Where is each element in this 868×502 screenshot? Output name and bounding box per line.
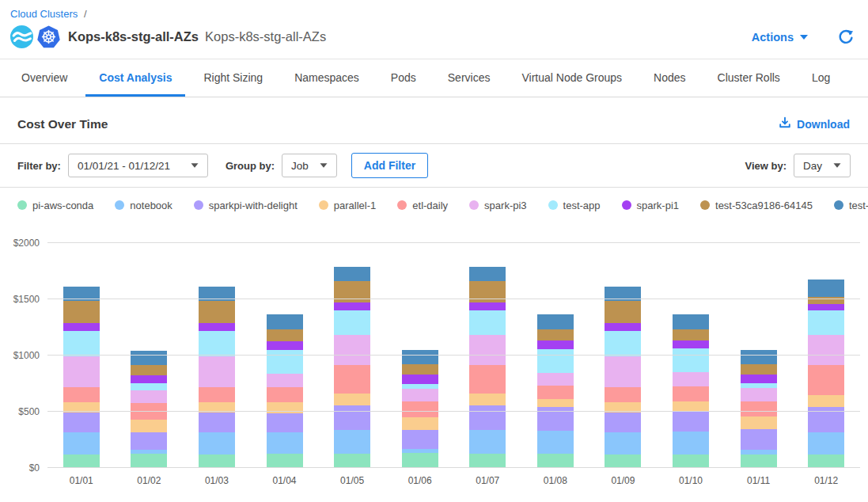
bar-segment-spark-pi1[interactable] (537, 340, 574, 349)
group-by-select[interactable]: Job (282, 154, 337, 177)
bar-segment-etl-daily[interactable] (808, 365, 844, 395)
bar-segment-spark-pi1[interactable] (741, 375, 777, 383)
bar-segment-pi-aws-conda[interactable] (605, 454, 641, 468)
bar-segment-spark-pi3[interactable] (605, 356, 641, 386)
bar-segment-sparkpi-with-delight[interactable] (605, 413, 641, 432)
bar-segment-test-53ca9186-64145[interactable] (402, 364, 438, 375)
bar-segment-parallel-1[interactable] (741, 416, 777, 429)
bar-segment-test-app[interactable] (334, 310, 370, 335)
tab-overview[interactable]: Overview (8, 59, 81, 97)
bar-segment-test-53ca9186-64145[interactable] (199, 301, 235, 323)
bar-segment-etl-daily[interactable] (673, 386, 709, 401)
legend-item-test-app[interactable]: test-app (548, 200, 601, 211)
bar-segment-test-53ca9186-64145[interactable] (131, 365, 167, 375)
bar-segment-pi-aws-conda[interactable] (402, 453, 438, 468)
bar-segment-test-53ca9186-64145[interactable] (537, 329, 574, 340)
bar-segment-spark-pi1[interactable] (402, 375, 438, 383)
bar-segment-test-pkix[interactable] (267, 314, 303, 330)
legend-item-pi-aws-conda[interactable]: pi-aws-conda (17, 200, 93, 211)
bar-01/11[interactable] (725, 350, 793, 468)
bar-segment-etl-daily[interactable] (741, 401, 777, 416)
bar-segment-parallel-1[interactable] (402, 417, 438, 430)
bar-segment-pi-aws-conda[interactable] (267, 454, 303, 468)
bar-segment-sparkpi-with-delight[interactable] (673, 412, 709, 432)
bar-segment-spark-pi3[interactable] (199, 356, 235, 386)
bar-segment-etl-daily[interactable] (469, 365, 506, 394)
bar-segment-notebook[interactable] (63, 432, 100, 454)
bar-segment-spark-pi1[interactable] (469, 302, 506, 310)
bar-segment-test-app[interactable] (673, 348, 709, 373)
bar-segment-test-app[interactable] (199, 331, 235, 357)
bar-01/07[interactable] (453, 267, 521, 468)
bar-segment-spark-pi3[interactable] (537, 373, 574, 386)
bar-segment-spark-pi1[interactable] (605, 323, 641, 331)
bar-01/10[interactable] (657, 314, 725, 468)
bar-segment-test-53ca9186-64145[interactable] (267, 329, 303, 340)
tab-log[interactable]: Log (798, 59, 843, 97)
bar-01/06[interactable] (386, 350, 454, 468)
bar-segment-test-app[interactable] (537, 349, 574, 373)
tab-cost-analysis[interactable]: Cost Analysis (85, 59, 185, 97)
bar-segment-spark-pi3[interactable] (131, 390, 167, 403)
bar-01/02[interactable] (116, 351, 184, 468)
bar-segment-sparkpi-with-delight[interactable] (402, 430, 438, 449)
bar-segment-spark-pi3[interactable] (741, 388, 777, 402)
bar-segment-parallel-1[interactable] (267, 402, 303, 413)
bar-segment-spark-pi1[interactable] (63, 323, 100, 331)
bar-segment-spark-pi1[interactable] (131, 375, 167, 383)
bar-01/12[interactable] (792, 280, 860, 468)
bar-segment-spark-pi1[interactable] (267, 341, 303, 350)
bar-segment-test-app[interactable] (469, 310, 506, 335)
bar-segment-test-53ca9186-64145[interactable] (808, 297, 844, 304)
legend-item-test-53ca9186-64145[interactable]: test-53ca9186-64145 (700, 200, 813, 211)
bar-segment-spark-pi1[interactable] (199, 323, 235, 331)
bar-segment-test-pkix[interactable] (131, 351, 167, 365)
bar-segment-etl-daily[interactable] (199, 387, 235, 402)
bar-01/05[interactable] (318, 267, 386, 468)
bar-segment-notebook[interactable] (199, 432, 235, 454)
legend-item-test-pkix[interactable]: test-pkix (834, 200, 868, 211)
bar-segment-spark-pi1[interactable] (808, 304, 844, 311)
bar-segment-etl-daily[interactable] (63, 387, 100, 402)
bar-segment-sparkpi-with-delight[interactable] (131, 432, 167, 450)
bar-segment-spark-pi3[interactable] (469, 335, 506, 365)
tab-pods[interactable]: Pods (377, 59, 430, 97)
legend-item-notebook[interactable]: notebook (115, 200, 172, 211)
bar-segment-test-53ca9186-64145[interactable] (673, 329, 709, 340)
bar-segment-spark-pi1[interactable] (334, 302, 370, 310)
bar-segment-test-53ca9186-64145[interactable] (605, 301, 641, 323)
bar-segment-sparkpi-with-delight[interactable] (199, 413, 235, 432)
bar-segment-parallel-1[interactable] (808, 395, 844, 407)
bar-segment-test-app[interactable] (605, 331, 641, 357)
actions-button[interactable]: Actions (752, 31, 808, 44)
bar-segment-pi-aws-conda[interactable] (469, 454, 506, 468)
bar-segment-notebook[interactable] (267, 432, 303, 454)
tab-virtual-node-groups[interactable]: Virtual Node Groups (508, 59, 635, 97)
bar-segment-pi-aws-conda[interactable] (199, 454, 235, 468)
bar-segment-etl-daily[interactable] (605, 387, 641, 402)
bar-segment-notebook[interactable] (537, 431, 574, 453)
bar-segment-test-pkix[interactable] (537, 314, 574, 329)
bar-segment-spark-pi3[interactable] (808, 335, 844, 365)
bar-segment-notebook[interactable] (605, 432, 641, 454)
view-by-select[interactable]: Day (794, 154, 851, 177)
bar-segment-etl-daily[interactable] (537, 386, 574, 400)
bar-segment-parallel-1[interactable] (537, 399, 574, 406)
bar-segment-pi-aws-conda[interactable] (673, 454, 709, 468)
bar-segment-test-pkix[interactable] (469, 267, 506, 281)
tab-services[interactable]: Services (434, 59, 504, 97)
tab-nodes[interactable]: Nodes (640, 59, 699, 97)
bar-segment-spark-pi3[interactable] (673, 372, 709, 386)
bar-segment-notebook[interactable] (334, 430, 370, 453)
bar-segment-pi-aws-conda[interactable] (808, 454, 844, 468)
bar-segment-sparkpi-with-delight[interactable] (63, 413, 100, 432)
bar-segment-test-53ca9186-64145[interactable] (63, 301, 100, 323)
bar-segment-pi-aws-conda[interactable] (334, 454, 370, 468)
legend-item-sparkpi-with-delight[interactable]: sparkpi-with-delight (194, 200, 298, 211)
bar-segment-spark-pi3[interactable] (334, 335, 370, 365)
tab-right-sizing[interactable]: Right Sizing (190, 59, 276, 97)
bar-segment-test-pkix[interactable] (673, 314, 709, 329)
legend-item-spark-pi3[interactable]: spark-pi3 (469, 200, 526, 211)
refresh-icon[interactable] (838, 29, 854, 45)
tab-cluster-rolls[interactable]: Cluster Rolls (704, 59, 794, 97)
